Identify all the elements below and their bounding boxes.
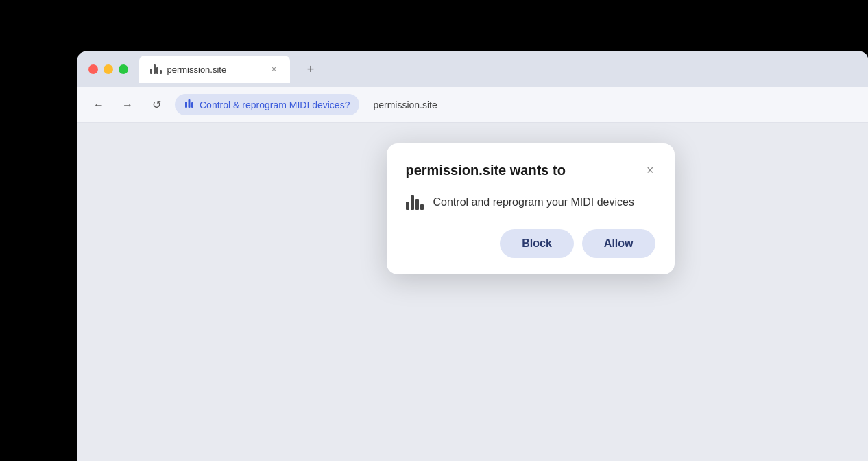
dialog-header: permission.site wants to × <box>406 163 655 178</box>
midi-permission-icon <box>184 98 195 111</box>
dialog-permission-row: Control and reprogram your MIDI devices <box>406 195 655 210</box>
forward-button[interactable]: → <box>117 95 138 115</box>
page-content: permission.site wants to × Control and r… <box>77 123 868 461</box>
browser-tab[interactable]: permission.site × <box>139 56 290 83</box>
svg-rect-1 <box>189 99 191 108</box>
tab-title: permission.site <box>167 64 263 75</box>
permission-pill-text: Control & reprogram MIDI devices? <box>200 99 350 110</box>
close-window-button[interactable] <box>88 64 98 74</box>
maximize-window-button[interactable] <box>119 64 128 74</box>
midi-icon <box>406 195 424 210</box>
browser-window: permission.site × + ← → ↺ Control & repr… <box>77 51 868 461</box>
block-button[interactable]: Block <box>500 229 574 258</box>
allow-button[interactable]: Allow <box>582 229 655 258</box>
dialog-close-button[interactable]: × <box>645 163 655 178</box>
dialog-buttons: Block Allow <box>406 229 655 258</box>
reload-button[interactable]: ↺ <box>146 95 167 115</box>
svg-rect-2 <box>191 102 193 108</box>
title-bar: permission.site × + <box>77 51 868 87</box>
address-bar[interactable]: permission.site <box>373 99 437 110</box>
permission-dialog: permission.site wants to × Control and r… <box>387 143 675 274</box>
tab-midi-icon <box>150 64 162 74</box>
permission-indicator-pill[interactable]: Control & reprogram MIDI devices? <box>175 94 359 115</box>
tab-close-button[interactable]: × <box>269 63 279 75</box>
nav-bar: ← → ↺ Control & reprogram MIDI devices? … <box>77 87 868 123</box>
svg-rect-0 <box>185 102 187 108</box>
dialog-title: permission.site wants to <box>406 163 566 178</box>
back-button[interactable]: ← <box>88 95 109 115</box>
minimize-window-button[interactable] <box>104 64 113 74</box>
traffic-lights <box>88 64 128 74</box>
permission-description: Control and reprogram your MIDI devices <box>433 196 634 209</box>
new-tab-button[interactable]: + <box>301 60 320 79</box>
